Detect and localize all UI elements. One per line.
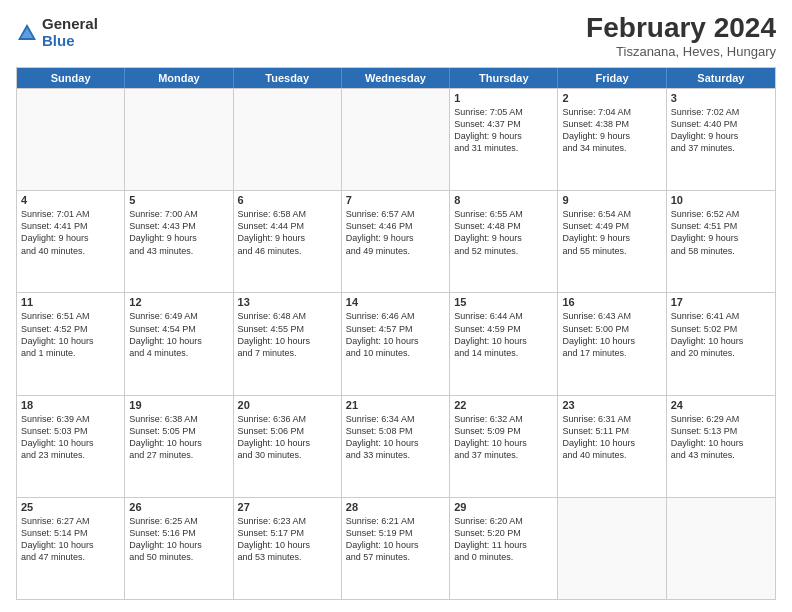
day-number: 10 — [671, 194, 771, 206]
day-info: Sunrise: 6:52 AM Sunset: 4:51 PM Dayligh… — [671, 208, 771, 257]
day-info: Sunrise: 6:43 AM Sunset: 5:00 PM Dayligh… — [562, 310, 661, 359]
header: General Blue February 2024 Tiszanana, He… — [16, 12, 776, 59]
calendar-cell: 28Sunrise: 6:21 AM Sunset: 5:19 PM Dayli… — [342, 498, 450, 599]
logo-general: General — [42, 16, 98, 33]
day-info: Sunrise: 6:48 AM Sunset: 4:55 PM Dayligh… — [238, 310, 337, 359]
calendar-row-4: 25Sunrise: 6:27 AM Sunset: 5:14 PM Dayli… — [17, 497, 775, 599]
day-number: 22 — [454, 399, 553, 411]
day-info: Sunrise: 6:49 AM Sunset: 4:54 PM Dayligh… — [129, 310, 228, 359]
calendar-cell — [234, 89, 342, 190]
calendar-cell: 27Sunrise: 6:23 AM Sunset: 5:17 PM Dayli… — [234, 498, 342, 599]
day-info: Sunrise: 6:20 AM Sunset: 5:20 PM Dayligh… — [454, 515, 553, 564]
day-info: Sunrise: 6:25 AM Sunset: 5:16 PM Dayligh… — [129, 515, 228, 564]
header-day-wednesday: Wednesday — [342, 68, 450, 88]
calendar-row-2: 11Sunrise: 6:51 AM Sunset: 4:52 PM Dayli… — [17, 292, 775, 394]
calendar-row-1: 4Sunrise: 7:01 AM Sunset: 4:41 PM Daylig… — [17, 190, 775, 292]
month-title: February 2024 — [586, 12, 776, 44]
calendar-cell: 14Sunrise: 6:46 AM Sunset: 4:57 PM Dayli… — [342, 293, 450, 394]
header-day-monday: Monday — [125, 68, 233, 88]
day-info: Sunrise: 6:32 AM Sunset: 5:09 PM Dayligh… — [454, 413, 553, 462]
day-number: 13 — [238, 296, 337, 308]
header-day-thursday: Thursday — [450, 68, 558, 88]
calendar-cell: 13Sunrise: 6:48 AM Sunset: 4:55 PM Dayli… — [234, 293, 342, 394]
day-number: 8 — [454, 194, 553, 206]
calendar-cell — [17, 89, 125, 190]
calendar-cell — [125, 89, 233, 190]
day-info: Sunrise: 6:27 AM Sunset: 5:14 PM Dayligh… — [21, 515, 120, 564]
calendar-cell: 7Sunrise: 6:57 AM Sunset: 4:46 PM Daylig… — [342, 191, 450, 292]
calendar-cell: 6Sunrise: 6:58 AM Sunset: 4:44 PM Daylig… — [234, 191, 342, 292]
calendar-cell: 8Sunrise: 6:55 AM Sunset: 4:48 PM Daylig… — [450, 191, 558, 292]
calendar: SundayMondayTuesdayWednesdayThursdayFrid… — [16, 67, 776, 600]
calendar-cell: 17Sunrise: 6:41 AM Sunset: 5:02 PM Dayli… — [667, 293, 775, 394]
calendar-cell: 23Sunrise: 6:31 AM Sunset: 5:11 PM Dayli… — [558, 396, 666, 497]
day-number: 27 — [238, 501, 337, 513]
day-info: Sunrise: 7:01 AM Sunset: 4:41 PM Dayligh… — [21, 208, 120, 257]
calendar-cell: 26Sunrise: 6:25 AM Sunset: 5:16 PM Dayli… — [125, 498, 233, 599]
day-info: Sunrise: 6:34 AM Sunset: 5:08 PM Dayligh… — [346, 413, 445, 462]
header-day-saturday: Saturday — [667, 68, 775, 88]
day-number: 18 — [21, 399, 120, 411]
day-info: Sunrise: 6:23 AM Sunset: 5:17 PM Dayligh… — [238, 515, 337, 564]
day-info: Sunrise: 6:55 AM Sunset: 4:48 PM Dayligh… — [454, 208, 553, 257]
day-number: 4 — [21, 194, 120, 206]
day-number: 12 — [129, 296, 228, 308]
day-number: 15 — [454, 296, 553, 308]
day-number: 20 — [238, 399, 337, 411]
day-info: Sunrise: 7:02 AM Sunset: 4:40 PM Dayligh… — [671, 106, 771, 155]
calendar-cell: 19Sunrise: 6:38 AM Sunset: 5:05 PM Dayli… — [125, 396, 233, 497]
day-info: Sunrise: 6:51 AM Sunset: 4:52 PM Dayligh… — [21, 310, 120, 359]
day-number: 1 — [454, 92, 553, 104]
calendar-cell: 18Sunrise: 6:39 AM Sunset: 5:03 PM Dayli… — [17, 396, 125, 497]
calendar-cell: 12Sunrise: 6:49 AM Sunset: 4:54 PM Dayli… — [125, 293, 233, 394]
header-day-sunday: Sunday — [17, 68, 125, 88]
day-number: 6 — [238, 194, 337, 206]
day-info: Sunrise: 6:58 AM Sunset: 4:44 PM Dayligh… — [238, 208, 337, 257]
day-number: 19 — [129, 399, 228, 411]
day-number: 3 — [671, 92, 771, 104]
day-number: 11 — [21, 296, 120, 308]
header-day-friday: Friday — [558, 68, 666, 88]
day-number: 21 — [346, 399, 445, 411]
day-number: 2 — [562, 92, 661, 104]
logo-blue: Blue — [42, 33, 98, 50]
calendar-cell: 16Sunrise: 6:43 AM Sunset: 5:00 PM Dayli… — [558, 293, 666, 394]
day-number: 23 — [562, 399, 661, 411]
day-info: Sunrise: 6:39 AM Sunset: 5:03 PM Dayligh… — [21, 413, 120, 462]
day-info: Sunrise: 7:04 AM Sunset: 4:38 PM Dayligh… — [562, 106, 661, 155]
day-number: 14 — [346, 296, 445, 308]
day-number: 25 — [21, 501, 120, 513]
calendar-cell: 22Sunrise: 6:32 AM Sunset: 5:09 PM Dayli… — [450, 396, 558, 497]
day-info: Sunrise: 6:46 AM Sunset: 4:57 PM Dayligh… — [346, 310, 445, 359]
calendar-cell: 15Sunrise: 6:44 AM Sunset: 4:59 PM Dayli… — [450, 293, 558, 394]
calendar-cell: 1Sunrise: 7:05 AM Sunset: 4:37 PM Daylig… — [450, 89, 558, 190]
day-number: 26 — [129, 501, 228, 513]
calendar-cell — [342, 89, 450, 190]
calendar-cell: 9Sunrise: 6:54 AM Sunset: 4:49 PM Daylig… — [558, 191, 666, 292]
calendar-cell: 20Sunrise: 6:36 AM Sunset: 5:06 PM Dayli… — [234, 396, 342, 497]
calendar-cell: 24Sunrise: 6:29 AM Sunset: 5:13 PM Dayli… — [667, 396, 775, 497]
day-number: 28 — [346, 501, 445, 513]
day-number: 7 — [346, 194, 445, 206]
day-number: 9 — [562, 194, 661, 206]
calendar-header: SundayMondayTuesdayWednesdayThursdayFrid… — [17, 68, 775, 88]
calendar-cell: 21Sunrise: 6:34 AM Sunset: 5:08 PM Dayli… — [342, 396, 450, 497]
page: General Blue February 2024 Tiszanana, He… — [0, 0, 792, 612]
calendar-cell: 3Sunrise: 7:02 AM Sunset: 4:40 PM Daylig… — [667, 89, 775, 190]
calendar-cell: 4Sunrise: 7:01 AM Sunset: 4:41 PM Daylig… — [17, 191, 125, 292]
day-info: Sunrise: 6:41 AM Sunset: 5:02 PM Dayligh… — [671, 310, 771, 359]
calendar-cell: 11Sunrise: 6:51 AM Sunset: 4:52 PM Dayli… — [17, 293, 125, 394]
location-subtitle: Tiszanana, Heves, Hungary — [586, 44, 776, 59]
day-info: Sunrise: 6:36 AM Sunset: 5:06 PM Dayligh… — [238, 413, 337, 462]
day-number: 5 — [129, 194, 228, 206]
calendar-cell — [667, 498, 775, 599]
calendar-cell — [558, 498, 666, 599]
day-number: 24 — [671, 399, 771, 411]
calendar-cell: 29Sunrise: 6:20 AM Sunset: 5:20 PM Dayli… — [450, 498, 558, 599]
logo: General Blue — [16, 16, 98, 49]
day-info: Sunrise: 6:31 AM Sunset: 5:11 PM Dayligh… — [562, 413, 661, 462]
calendar-row-3: 18Sunrise: 6:39 AM Sunset: 5:03 PM Dayli… — [17, 395, 775, 497]
day-info: Sunrise: 6:44 AM Sunset: 4:59 PM Dayligh… — [454, 310, 553, 359]
calendar-row-0: 1Sunrise: 7:05 AM Sunset: 4:37 PM Daylig… — [17, 88, 775, 190]
calendar-cell: 5Sunrise: 7:00 AM Sunset: 4:43 PM Daylig… — [125, 191, 233, 292]
